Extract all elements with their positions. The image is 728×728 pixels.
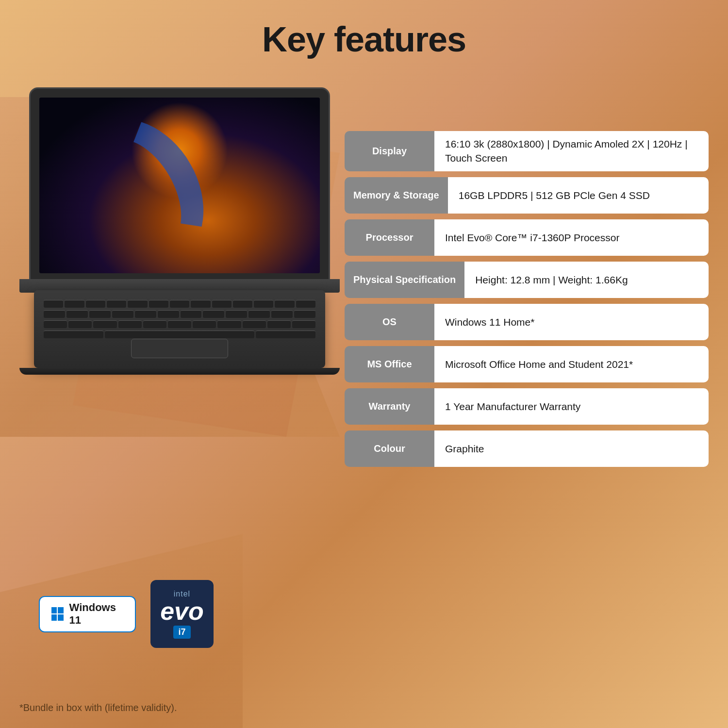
touchpad bbox=[131, 339, 228, 358]
key bbox=[292, 320, 315, 328]
spec-value-4: Windows 11 Home* bbox=[434, 304, 709, 340]
win-sq-4 bbox=[58, 614, 63, 621]
key bbox=[118, 320, 142, 328]
key bbox=[107, 300, 126, 308]
spec-value-6: 1 Year Manufacturer Warranty bbox=[434, 388, 709, 425]
spec-row: ProcessorIntel Evo® Core™ i7-1360P Proce… bbox=[345, 219, 709, 256]
key-row-2 bbox=[44, 310, 315, 318]
key-row-1 bbox=[44, 300, 315, 308]
key bbox=[233, 300, 252, 308]
key bbox=[256, 331, 315, 338]
intel-evo-badge: intel evo i7 bbox=[150, 580, 214, 648]
key bbox=[112, 310, 133, 318]
key bbox=[212, 300, 232, 308]
key bbox=[203, 310, 224, 318]
key bbox=[271, 310, 293, 318]
win-sq-3 bbox=[51, 614, 57, 621]
win-sq-1 bbox=[51, 607, 57, 613]
intel-evo-text: evo bbox=[160, 598, 204, 624]
key bbox=[191, 300, 210, 308]
spec-label-6: Warranty bbox=[345, 388, 434, 425]
key bbox=[143, 320, 166, 328]
laptop-keyboard-area bbox=[34, 290, 325, 368]
key bbox=[243, 320, 266, 328]
key bbox=[44, 310, 65, 318]
key bbox=[254, 300, 273, 308]
spec-value-2: Intel Evo® Core™ i7-1360P Processor bbox=[434, 219, 709, 256]
spec-value-0: 16:10 3k (2880x1800) | Dynamic Amoled 2X… bbox=[434, 131, 709, 171]
spec-value-3: Height: 12.8 mm | Weight: 1.66Kg bbox=[464, 262, 709, 298]
footer-note: *Bundle in box with (lifetime validity). bbox=[19, 702, 177, 713]
windows-badge: Windows 11 bbox=[39, 596, 136, 632]
badges-container: Windows 11 intel evo i7 bbox=[39, 580, 214, 648]
key bbox=[275, 300, 294, 308]
key bbox=[248, 310, 270, 318]
spec-row: MS OfficeMicrosoft Office Home and Stude… bbox=[345, 346, 709, 382]
key bbox=[44, 331, 103, 338]
windows-label: Windows 11 bbox=[69, 601, 123, 627]
key bbox=[226, 310, 247, 318]
key bbox=[294, 310, 315, 318]
key bbox=[66, 310, 88, 318]
spec-label-1: Memory & Storage bbox=[345, 177, 448, 214]
key bbox=[158, 310, 179, 318]
key bbox=[128, 300, 147, 308]
laptop-bottom bbox=[19, 368, 340, 375]
key-row-4 bbox=[44, 331, 315, 338]
laptop-screen-inner bbox=[39, 98, 320, 273]
spec-label-5: MS Office bbox=[345, 346, 434, 382]
key bbox=[44, 320, 67, 328]
key bbox=[93, 320, 116, 328]
key bbox=[65, 300, 84, 308]
spec-row: Display16:10 3k (2880x1800) | Dynamic Am… bbox=[345, 131, 709, 171]
spec-row: ColourGraphite bbox=[345, 430, 709, 467]
key bbox=[44, 300, 63, 308]
page-title: Key features bbox=[0, 19, 728, 59]
key bbox=[149, 300, 168, 308]
spec-value-5: Microsoft Office Home and Student 2021* bbox=[434, 346, 709, 382]
spec-row: Warranty1 Year Manufacturer Warranty bbox=[345, 388, 709, 425]
windows-icon bbox=[51, 607, 64, 621]
key bbox=[168, 320, 191, 328]
spec-label-7: Colour bbox=[345, 430, 434, 467]
key bbox=[86, 300, 105, 308]
laptop-image bbox=[19, 87, 349, 388]
specs-container: Display16:10 3k (2880x1800) | Dynamic Am… bbox=[345, 131, 709, 473]
spec-label-0: Display bbox=[345, 131, 434, 171]
key bbox=[296, 300, 315, 308]
key bbox=[68, 320, 92, 328]
laptop-screen-outer bbox=[29, 87, 330, 281]
spec-row: Physical SpecificationHeight: 12.8 mm | … bbox=[345, 262, 709, 298]
intel-tier-text: i7 bbox=[173, 626, 190, 639]
key bbox=[170, 300, 189, 308]
key bbox=[217, 320, 241, 328]
spec-label-3: Physical Specification bbox=[345, 262, 464, 298]
key bbox=[181, 310, 202, 318]
spec-label-2: Processor bbox=[345, 219, 434, 256]
key bbox=[135, 310, 156, 318]
screen-wallpaper bbox=[39, 98, 320, 273]
key bbox=[193, 320, 216, 328]
win-sq-2 bbox=[58, 607, 63, 613]
spec-row: OSWindows 11 Home* bbox=[345, 304, 709, 340]
spec-value-7: Graphite bbox=[434, 430, 709, 467]
key-row-3 bbox=[44, 320, 315, 328]
spec-row: Memory & Storage16GB LPDDR5 | 512 GB PCl… bbox=[345, 177, 709, 214]
key bbox=[267, 320, 291, 328]
keyboard-keys bbox=[44, 300, 315, 339]
spec-label-4: OS bbox=[345, 304, 434, 340]
key bbox=[89, 310, 111, 318]
spec-value-1: 16GB LPDDR5 | 512 GB PCle Gen 4 SSD bbox=[448, 177, 709, 214]
key-spacebar bbox=[105, 331, 254, 338]
